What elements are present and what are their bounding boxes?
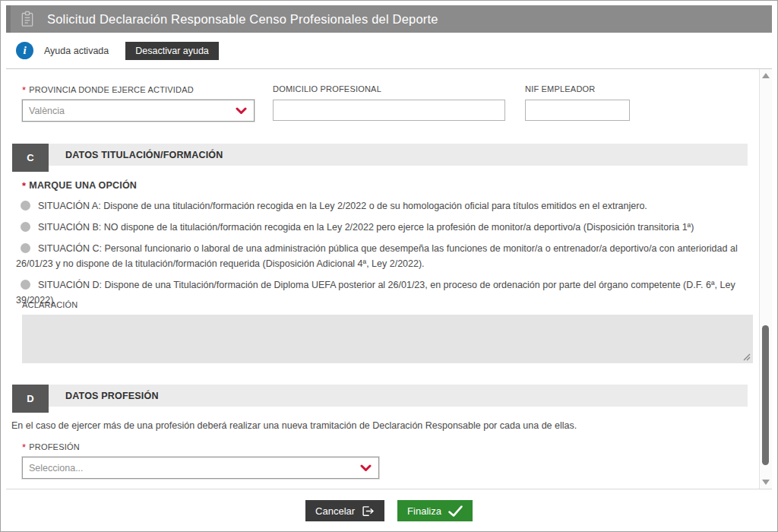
page-title: Solicitud Declaración Responsable Censo …	[47, 12, 438, 27]
radio-option-situacion-d[interactable]: SITUACIÓN D: Dispone de una Titulación/f…	[16, 277, 751, 308]
profesion-placeholder: Selecciona...	[29, 463, 360, 473]
radio-option-label: SITUACIÓN B: NO dispone de la titulación…	[38, 222, 694, 233]
clipboard-icon	[20, 11, 35, 27]
situacion-radio-group: SITUACIÓN A: Dispone de una titulación/f…	[16, 198, 751, 314]
finish-button[interactable]: Finaliza	[397, 500, 473, 521]
resize-grip-icon[interactable]	[742, 353, 751, 361]
required-marker: *	[22, 442, 26, 453]
nif-empleador-label: NIF EMPLEADOR	[525, 84, 595, 93]
aclaracion-label: ACLARACIÓN	[22, 300, 78, 309]
radio-option-label: SITUACIÓN A: Dispone de una titulación/f…	[38, 201, 647, 211]
help-bar: i Ayuda activada Desactivar ayuda	[6, 33, 772, 69]
radio-option-label: SITUACIÓN C: Personal funcionario o labo…	[16, 243, 738, 269]
chevron-down-icon	[360, 464, 372, 472]
provincia-selected-value: València	[29, 106, 236, 116]
radio-option-situacion-c[interactable]: SITUACIÓN C: Personal funcionario o labo…	[16, 241, 751, 271]
scroll-up-icon[interactable]	[762, 73, 770, 78]
aclaracion-textarea[interactable]	[22, 315, 753, 363]
exit-icon	[362, 505, 375, 517]
help-status-label: Ayuda activada	[44, 46, 109, 56]
chevron-down-icon	[236, 107, 247, 115]
required-marker: *	[22, 84, 26, 96]
info-icon: i	[16, 42, 33, 59]
cancel-button[interactable]: Cancelar	[305, 500, 384, 521]
marque-una-opcion-label: *MARQUE UNA OPCIÓN	[22, 180, 137, 192]
application-window: Solicitud Declaración Responsable Censo …	[0, 0, 778, 532]
radio-option-situacion-b[interactable]: SITUACIÓN B: NO dispone de la titulación…	[16, 220, 751, 235]
section-c-badge: C	[12, 144, 49, 172]
scroll-down-icon[interactable]	[762, 480, 770, 485]
section-d-header: D DATOS PROFESIÓN	[12, 385, 748, 407]
domicilio-label: DOMICILIO PROFESIONAL	[273, 84, 381, 93]
cancel-button-label: Cancelar	[315, 505, 355, 517]
section-d-title: DATOS PROFESIÓN	[65, 385, 159, 407]
radio-circle-icon[interactable]	[21, 222, 30, 232]
section-c-header: C DATOS TITULACIÓN/FORMACIÓN	[12, 144, 748, 166]
section-d-badge: D	[12, 385, 49, 413]
provincia-select[interactable]: València	[22, 100, 255, 122]
vertical-scrollbar[interactable]	[759, 69, 772, 489]
required-marker: *	[22, 180, 26, 192]
nif-empleador-input[interactable]	[525, 100, 630, 121]
profession-note: En el caso de ejercer más de una profesi…	[11, 420, 577, 431]
radio-circle-icon[interactable]	[21, 280, 30, 290]
scrollbar-thumb[interactable]	[762, 325, 769, 465]
check-icon	[448, 505, 463, 517]
radio-circle-icon[interactable]	[21, 201, 30, 211]
provincia-label: *PROVINCIA DONDE EJERCE ACTIVIDAD	[22, 84, 194, 96]
radio-option-situacion-a[interactable]: SITUACIÓN A: Dispone de una titulación/f…	[16, 198, 751, 214]
radio-option-label: SITUACIÓN D: Dispone de una Titulación/f…	[16, 280, 735, 306]
disable-help-button[interactable]: Desactivar ayuda	[125, 42, 219, 60]
window-titlebar: Solicitud Declaración Responsable Censo …	[6, 5, 772, 33]
profesion-select[interactable]: Selecciona...	[22, 457, 379, 479]
finish-button-label: Finaliza	[407, 505, 441, 517]
domicilio-input[interactable]	[273, 100, 505, 121]
section-c-title: DATOS TITULACIÓN/FORMACIÓN	[65, 144, 223, 166]
form-scroll-area: *PROVINCIA DONDE EJERCE ACTIVIDAD Valènc…	[6, 69, 772, 489]
profesion-label: *PROFESIÓN	[22, 442, 80, 453]
form-footer: Cancelar Finaliza	[6, 490, 772, 531]
radio-circle-icon[interactable]	[21, 243, 30, 253]
